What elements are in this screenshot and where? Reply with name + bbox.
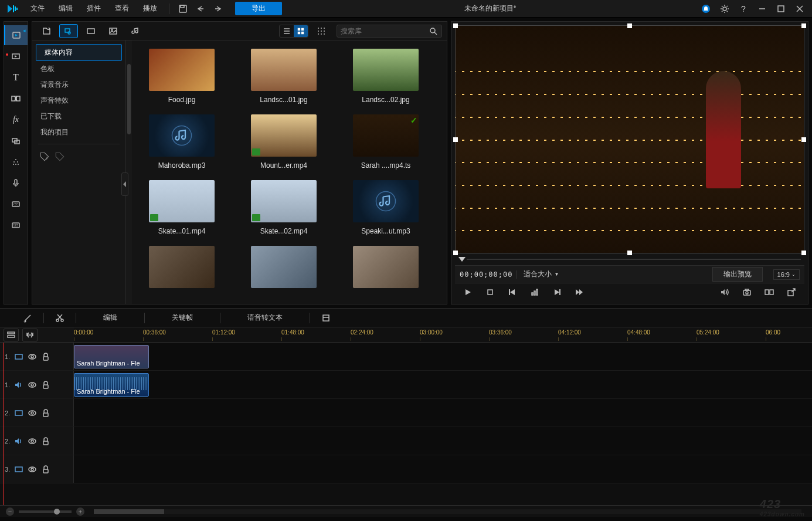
tool-effect[interactable]: fx — [4, 110, 28, 130]
media-thumb[interactable]: Mount...er.mp4 — [246, 114, 322, 170]
track-body[interactable]: Sarah Brightman - Fle — [74, 343, 812, 370]
razor-tool[interactable] — [20, 312, 35, 324]
view-grid[interactable] — [294, 25, 308, 37]
media-thumb[interactable]: Landsc...02.jpg — [348, 49, 424, 104]
menu-play[interactable]: 播放 — [137, 1, 163, 16]
stop-button[interactable] — [482, 286, 498, 299]
media-thumb[interactable] — [144, 246, 220, 293]
visibility-icon[interactable] — [28, 380, 37, 390]
visibility-icon[interactable] — [28, 408, 37, 418]
settings-icon[interactable] — [717, 2, 732, 15]
folder-myproject[interactable]: 我的项目 — [32, 124, 125, 140]
visibility-icon[interactable] — [28, 465, 37, 474]
track-body[interactable] — [74, 427, 812, 455]
maximize-button[interactable] — [773, 2, 789, 15]
snap-button[interactable] — [22, 329, 38, 341]
select-tool[interactable] — [7, 312, 16, 324]
folder-downloaded[interactable]: 已下载 — [32, 109, 125, 124]
filter-image[interactable] — [104, 24, 123, 38]
notification-icon[interactable] — [698, 2, 714, 15]
tab-edit[interactable]: 编辑 — [84, 310, 136, 325]
tag-add-icon[interactable]: + — [39, 151, 50, 162]
timeline-ruler[interactable]: 0:00:0000:36:0001:12:0001:48:0002:24:000… — [74, 327, 812, 342]
fast-forward-button[interactable] — [571, 286, 587, 299]
tool-overlay[interactable] — [4, 131, 28, 151]
clip-video[interactable]: Sarah Brightman - Fle — [74, 345, 149, 368]
tool-media[interactable]: ◂ — [4, 25, 28, 45]
collapse-folder-pane[interactable] — [121, 172, 128, 196]
media-thumb[interactable]: Landsc...01.jpg — [246, 49, 322, 104]
lock-icon[interactable] — [41, 465, 50, 474]
zoom-out-button[interactable]: − — [6, 508, 14, 516]
media-thumb[interactable] — [348, 246, 424, 293]
zoom-fit-select[interactable]: 适合大小▼ — [519, 268, 563, 280]
cut-button[interactable] — [52, 312, 67, 324]
media-thumb[interactable]: Skate...01.mp4 — [144, 180, 220, 235]
lock-icon[interactable] — [41, 408, 50, 418]
keyframe-button[interactable] — [526, 286, 543, 299]
redo-button[interactable] — [210, 2, 226, 15]
more-tools[interactable] — [318, 312, 334, 324]
tool-particle[interactable] — [4, 152, 28, 172]
filter-video[interactable] — [81, 24, 100, 38]
media-thumb[interactable]: Food.jpg — [144, 49, 220, 104]
menu-edit[interactable]: 编辑 — [53, 1, 79, 16]
tool-record[interactable] — [4, 46, 28, 66]
tool-title[interactable]: T — [4, 67, 28, 87]
media-thumb[interactable]: Mahoroba.mp3 — [144, 114, 220, 170]
tag-icon[interactable] — [55, 151, 65, 162]
import-button[interactable] — [37, 24, 56, 38]
timeline-hscroll[interactable] — [94, 509, 801, 514]
prev-frame-button[interactable] — [504, 286, 521, 299]
output-preview-button[interactable]: 输出预览 — [712, 267, 763, 282]
tool-transition[interactable] — [4, 89, 28, 109]
tool-subtitle[interactable]: CC — [4, 194, 28, 214]
export-button[interactable]: 导出 — [235, 2, 282, 15]
folder-colorboards[interactable]: 色板 — [32, 61, 125, 77]
folder-bgm[interactable]: 背景音乐 — [32, 77, 125, 93]
media-thumb[interactable]: Speaki...ut.mp3 — [348, 180, 424, 235]
save-button[interactable] — [175, 2, 191, 15]
lock-icon[interactable] — [41, 437, 50, 446]
search-box[interactable] — [337, 25, 442, 38]
clip-audio[interactable]: Sarah Brightman - Fle — [74, 373, 149, 397]
lock-icon[interactable] — [41, 380, 50, 390]
tab-keyframe[interactable]: 关键帧 — [153, 310, 212, 325]
dual-preview-button[interactable] — [761, 286, 777, 299]
search-input[interactable] — [341, 27, 429, 35]
folder-sfx[interactable]: 声音特效 — [32, 93, 125, 109]
preview-viewport[interactable] — [455, 25, 804, 253]
view-list[interactable] — [280, 25, 294, 37]
sort-button[interactable] — [314, 25, 328, 37]
lock-icon[interactable] — [41, 352, 50, 361]
play-button[interactable] — [460, 286, 476, 299]
track-view-button[interactable] — [4, 329, 19, 341]
zoom-slider[interactable] — [19, 510, 72, 513]
media-thumb[interactable] — [246, 246, 322, 293]
filter-audio[interactable] — [126, 24, 145, 38]
media-thumb[interactable]: Skate...02.mp4 — [246, 180, 322, 235]
tab-speech-to-text[interactable]: 语音转文本 — [229, 310, 301, 325]
volume-button[interactable] — [716, 286, 733, 299]
undo-button[interactable] — [193, 2, 208, 15]
popout-button[interactable] — [783, 286, 800, 299]
minimize-button[interactable] — [755, 2, 770, 15]
preview-scrubber[interactable] — [455, 253, 804, 265]
next-frame-button[interactable] — [549, 286, 565, 299]
track-body[interactable] — [74, 455, 812, 483]
visibility-icon[interactable] — [28, 352, 37, 361]
tool-template[interactable]: 123 — [4, 215, 28, 235]
menu-plugins[interactable]: 插件 — [81, 1, 107, 16]
track-body[interactable]: Sarah Brightman - Fle — [74, 371, 812, 398]
aspect-ratio-select[interactable]: 16:9⌄ — [773, 269, 800, 280]
tool-audio-record[interactable] — [4, 173, 28, 193]
help-icon[interactable]: ? — [736, 2, 751, 15]
filter-video-audio[interactable] — [59, 24, 78, 38]
media-thumb[interactable]: ✓Sarah ....mp4.ts — [348, 114, 424, 170]
playhead[interactable] — [4, 343, 4, 505]
folder-media[interactable]: 媒体内容 — [36, 44, 122, 61]
track-body[interactable] — [74, 399, 812, 427]
zoom-in-button[interactable]: + — [76, 508, 84, 516]
snapshot-button[interactable] — [739, 286, 755, 299]
visibility-icon[interactable] — [28, 437, 37, 446]
